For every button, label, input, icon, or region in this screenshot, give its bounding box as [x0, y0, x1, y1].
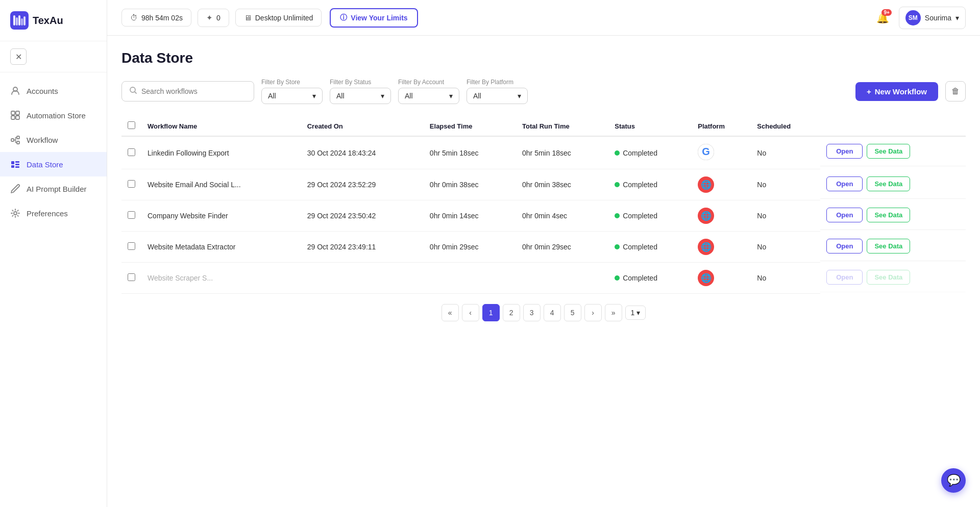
svg-rect-7	[11, 111, 15, 115]
row-checkbox[interactable]	[128, 180, 135, 188]
open-button[interactable]: Open	[826, 239, 863, 253]
filter-platform-dropdown[interactable]: All	[473, 92, 513, 100]
page-3-button[interactable]: 3	[523, 304, 541, 321]
filter-platform-select[interactable]: All ▾	[467, 88, 528, 104]
globe-platform-icon: 🌐	[698, 208, 714, 224]
workflow-name-cell: Linkedin Following Export	[141, 136, 301, 169]
chat-icon: 💬	[947, 474, 961, 487]
sidebar-item-preferences[interactable]: Preferences	[0, 201, 107, 225]
chevron-down-icon: ▾	[955, 14, 959, 22]
select-all-checkbox[interactable]	[128, 121, 135, 129]
page-4-button[interactable]: 4	[544, 304, 561, 321]
sidebar-item-workflow[interactable]: Workflow	[0, 128, 107, 152]
svg-rect-15	[11, 165, 14, 168]
chevron-status-icon: ▾	[381, 92, 384, 100]
row-checkbox-cell[interactable]	[121, 169, 141, 200]
next-page-button[interactable]: ›	[584, 304, 602, 321]
row-checkbox-cell[interactable]	[121, 263, 141, 294]
filter-account-dropdown[interactable]: All	[405, 92, 445, 100]
filter-status-dropdown[interactable]: All	[336, 92, 377, 100]
svg-point-19	[14, 212, 17, 215]
main-content: ⏱ 98h 54m 02s ✦ 0 🖥 Desktop Unlimited ⓘ …	[107, 0, 980, 507]
sidebar-item-automation-store[interactable]: Automation Store	[0, 103, 107, 128]
header-scheduled: Scheduled	[751, 116, 820, 136]
created-on-cell: 29 Oct 2024 23:49:11	[301, 232, 424, 263]
status-text: Completed	[623, 243, 657, 251]
see-data-button[interactable]: See Data	[867, 144, 910, 159]
status-text: Completed	[623, 149, 657, 157]
user-initials: SM	[909, 14, 918, 21]
open-button[interactable]: Open	[826, 176, 863, 191]
actions-cell: Open See Data	[820, 232, 966, 261]
search-box[interactable]	[121, 81, 254, 102]
header-checkbox[interactable]	[121, 116, 141, 136]
row-checkbox[interactable]	[128, 273, 135, 281]
sidebar-item-ai-prompt-builder[interactable]: AI Prompt Builder	[0, 176, 107, 201]
topbar: ⏱ 98h 54m 02s ✦ 0 🖥 Desktop Unlimited ⓘ …	[107, 0, 980, 36]
logo-text: TexAu	[33, 15, 63, 27]
open-button[interactable]: Open	[826, 208, 863, 222]
status-text: Completed	[623, 274, 657, 282]
first-page-button[interactable]: «	[442, 304, 459, 321]
time-label: 98h 54m 02s	[141, 14, 183, 22]
row-checkbox[interactable]	[128, 148, 135, 156]
filter-platform-label: Filter By Platform	[467, 79, 528, 86]
row-checkbox[interactable]	[128, 211, 135, 219]
workflow-name-cell: Website Email And Social L...	[141, 169, 301, 200]
open-button[interactable]: Open	[826, 144, 863, 159]
sidebar-item-accounts-label: Accounts	[27, 87, 58, 95]
sidebar-nav: Accounts Automation Store	[0, 72, 107, 507]
table-row: Website Metadata Extractor 29 Oct 2024 2…	[121, 232, 966, 263]
elapsed-time-cell: 0hr 0min 29sec	[424, 232, 516, 263]
header-actions	[820, 116, 966, 136]
row-checkbox-cell[interactable]	[121, 232, 141, 263]
see-data-button[interactable]: See Data	[867, 208, 910, 222]
view-limits-button[interactable]: ⓘ View Your Limits	[330, 8, 418, 28]
see-data-button[interactable]: See Data	[867, 270, 910, 285]
svg-rect-14	[11, 161, 14, 164]
svg-text:G: G	[702, 146, 710, 157]
per-page-select[interactable]: 1 ▾	[625, 306, 646, 320]
chat-bubble-button[interactable]: 💬	[941, 468, 966, 493]
filter-status-select[interactable]: All ▾	[330, 88, 391, 104]
view-limits-label: View Your Limits	[351, 14, 407, 22]
header-total-run-time: Total Run Time	[516, 116, 608, 136]
sidebar-item-preferences-label: Preferences	[27, 209, 68, 218]
row-checkbox-cell[interactable]	[121, 200, 141, 232]
plan-label: Desktop Unlimited	[255, 14, 313, 22]
chevron-account-icon: ▾	[449, 92, 453, 100]
sidebar-item-accounts[interactable]: Accounts	[0, 79, 107, 103]
workflow-name-cell: Website Metadata Extractor	[141, 232, 301, 263]
open-button[interactable]: Open	[826, 270, 863, 285]
page-1-button[interactable]: 1	[482, 304, 500, 321]
row-checkbox-cell[interactable]: ➜	[121, 136, 141, 169]
user-menu-button[interactable]: SM Sourima ▾	[899, 7, 966, 29]
row-checkbox[interactable]	[128, 242, 135, 250]
new-workflow-button[interactable]: + New Workflow	[855, 82, 938, 101]
last-page-button[interactable]: »	[605, 304, 622, 321]
page-2-button[interactable]: 2	[503, 304, 520, 321]
sidebar-item-data-store-label: Data Store	[27, 160, 63, 169]
delete-button[interactable]: 🗑	[945, 81, 966, 102]
filter-platform-group: Filter By Platform All ▾	[467, 79, 528, 104]
elapsed-time-cell: 0hr 0min 14sec	[424, 200, 516, 232]
prev-page-button[interactable]: ‹	[462, 304, 479, 321]
search-input[interactable]	[141, 87, 247, 95]
sidebar-item-data-store[interactable]: Data Store	[0, 152, 107, 176]
svg-rect-18	[15, 166, 19, 168]
status-dot	[615, 244, 620, 249]
notification-button[interactable]: 🔔 9+	[873, 8, 893, 28]
credits-icon: ✦	[206, 13, 213, 22]
close-sidebar-button[interactable]: ✕	[10, 48, 27, 65]
filter-store-select[interactable]: All ▾	[261, 88, 323, 104]
filter-account-select[interactable]: All ▾	[398, 88, 459, 104]
scheduled-cell: No	[751, 232, 820, 263]
gear-icon	[10, 208, 20, 218]
filter-store-dropdown[interactable]: All	[268, 92, 308, 100]
pagination: « ‹ 1 2 3 4 5 › » 1 ▾	[121, 294, 966, 332]
see-data-button[interactable]: See Data	[867, 176, 910, 191]
svg-rect-4	[21, 18, 23, 26]
see-data-button[interactable]: See Data	[867, 239, 910, 253]
page-5-button[interactable]: 5	[564, 304, 581, 321]
sidebar-item-ai-prompt-label: AI Prompt Builder	[27, 185, 87, 193]
